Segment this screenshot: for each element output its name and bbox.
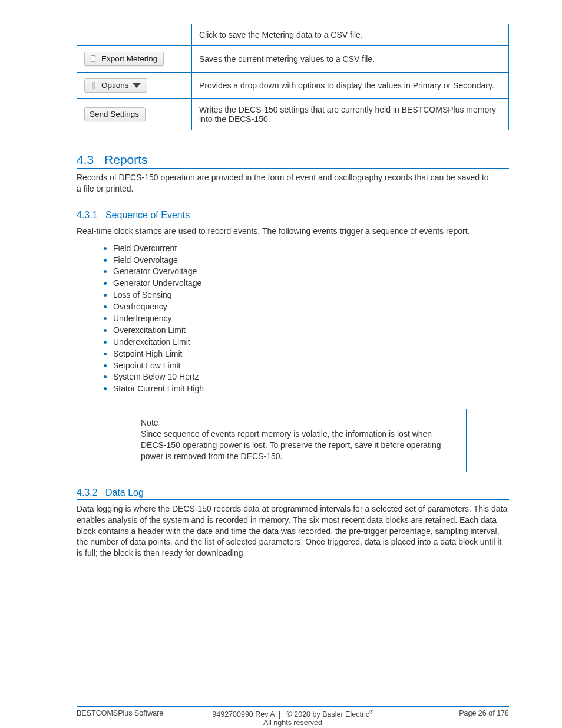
table-row: Click to save the Metering data to a CSV… bbox=[77, 24, 509, 46]
list-item: Setpoint High Limit bbox=[104, 348, 509, 360]
section-intro: Records of DECS-150 operation are provid… bbox=[77, 172, 489, 195]
footer-page-number: Page 26 of 178 bbox=[459, 709, 509, 717]
subsection-intro: Data logging is where the DECS-150 recor… bbox=[77, 503, 509, 559]
list-item: Generator Undervoltage bbox=[104, 278, 509, 289]
button-cell-export: Export Metering bbox=[77, 46, 192, 73]
button-cell-blank bbox=[77, 24, 192, 46]
desc-cell: Click to save the Metering data to a CSV… bbox=[192, 24, 509, 46]
list-item: System Below 10 Hertz bbox=[104, 371, 509, 383]
chevron-down-icon bbox=[133, 81, 141, 90]
list-item: Field Overcurrent bbox=[104, 243, 509, 254]
event-list: Field Overcurrent Field Overvoltage Gene… bbox=[104, 243, 509, 395]
note-label: Note bbox=[141, 417, 457, 429]
subsection-number: 4.3.2 bbox=[77, 487, 98, 498]
subsection-title: Sequence of Events bbox=[105, 210, 190, 220]
table-row: Options Provides a drop down with option… bbox=[77, 73, 509, 99]
grip-icon bbox=[90, 81, 98, 90]
list-item: Overfrequency bbox=[104, 301, 509, 312]
subsection-heading-soe: 4.3.1 Sequence of Events bbox=[77, 210, 509, 222]
subsection-heading-datalog: 4.3.2 Data Log bbox=[77, 487, 509, 500]
svg-rect-0 bbox=[91, 55, 95, 62]
button-cell-options: Options bbox=[77, 73, 192, 99]
list-item: Setpoint Low Limit bbox=[104, 360, 509, 371]
document-icon bbox=[90, 55, 98, 63]
table-row: Export Metering Saves the current meteri… bbox=[77, 46, 509, 73]
options-label: Options bbox=[101, 81, 129, 90]
section-title: Reports bbox=[104, 153, 148, 166]
subsection-title: Data Log bbox=[105, 487, 144, 498]
send-settings-label: Send Settings bbox=[90, 110, 139, 118]
page-footer: BESTCOMSPlus Software 9492700990 Rev A |… bbox=[77, 706, 509, 727]
list-item: Underfrequency bbox=[104, 313, 509, 324]
list-item: Field Overvoltage bbox=[104, 255, 509, 266]
options-button[interactable]: Options bbox=[84, 78, 147, 93]
send-settings-button[interactable]: Send Settings bbox=[84, 107, 146, 121]
button-cell-send: Send Settings bbox=[77, 99, 192, 130]
table-row: Send Settings Writes the DECS-150 settin… bbox=[77, 99, 509, 130]
note-body: Since sequence of events report memory i… bbox=[141, 429, 441, 461]
desc-cell: Provides a drop down with options to dis… bbox=[192, 73, 509, 99]
registered-icon: ® bbox=[369, 709, 373, 715]
list-item: Underexcitation Limit bbox=[104, 337, 509, 348]
desc-cell: Writes the DECS-150 settings that are cu… bbox=[192, 99, 509, 130]
footer-rights: All rights reserved bbox=[77, 719, 509, 727]
section-heading-reports: 4.3 Reports bbox=[77, 153, 509, 169]
list-item: Loss of Sensing bbox=[104, 289, 509, 301]
export-metering-label: Export Metering bbox=[101, 54, 157, 63]
list-item: Generator Overvoltage bbox=[104, 266, 509, 277]
export-metering-button[interactable]: Export Metering bbox=[84, 52, 164, 66]
desc-cell: Saves the current metering values to a C… bbox=[192, 46, 509, 73]
buttons-table: Click to save the Metering data to a CSV… bbox=[77, 24, 509, 130]
note-box: Note Since sequence of events report mem… bbox=[131, 409, 467, 472]
svg-marker-4 bbox=[133, 83, 141, 87]
list-item: Overexcitation Limit bbox=[104, 325, 509, 336]
footer-left: BESTCOMSPlus Software bbox=[77, 709, 163, 717]
list-item: Stator Current Limit High bbox=[104, 383, 509, 394]
subsection-number: 4.3.1 bbox=[77, 210, 98, 220]
section-number: 4.3 bbox=[77, 153, 94, 166]
subsection-intro: Real-time clock stamps are used to recor… bbox=[77, 226, 509, 237]
